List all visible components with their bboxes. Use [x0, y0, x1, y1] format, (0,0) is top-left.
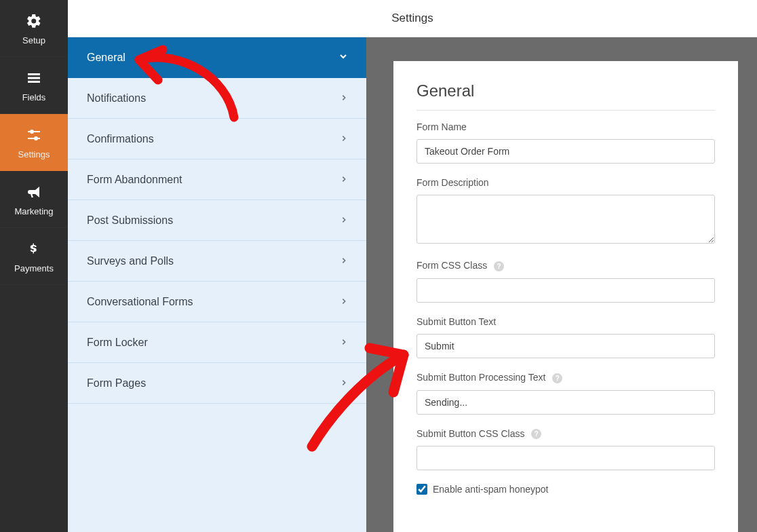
content-area: General Form Name Form Description Form … — [366, 37, 757, 532]
chevron-right-icon — [341, 93, 347, 103]
settings-tab-confirmations[interactable]: Confirmations — [68, 119, 366, 159]
nav-label: Marketing — [14, 206, 53, 216]
tab-label: Conversational Forms — [87, 296, 193, 308]
chevron-down-icon — [339, 52, 347, 62]
chevron-right-icon — [341, 256, 347, 266]
dollar-icon — [25, 240, 43, 258]
form-name-label: Form Name — [416, 121, 715, 132]
submit-button-css-input[interactable] — [416, 446, 715, 470]
tab-label: Post Submissions — [87, 214, 173, 227]
settings-tab-surveys-polls[interactable]: Surveys and Polls — [68, 241, 366, 282]
sliders-icon — [25, 126, 43, 144]
tab-label: Confirmations — [87, 133, 154, 145]
nav-setup[interactable]: Setup — [0, 0, 68, 57]
tab-label: Form Pages — [87, 377, 146, 390]
settings-panel: General Notifications Confirmations Form… — [68, 37, 366, 532]
chevron-right-icon — [341, 297, 347, 307]
submit-button-css-label: Submit Button CSS Class ? — [416, 428, 715, 440]
settings-tab-post-submissions[interactable]: Post Submissions — [68, 200, 366, 241]
nav-label: Fields — [22, 92, 46, 102]
chevron-right-icon — [341, 134, 347, 144]
nav-settings[interactable]: Settings — [0, 114, 68, 171]
nav-label: Settings — [18, 149, 50, 159]
submit-button-text-input[interactable] — [416, 334, 715, 358]
tab-label: Form Locker — [87, 337, 148, 349]
form-css-class-label: Form CSS Class ? — [416, 260, 715, 271]
settings-tab-conversational-forms[interactable]: Conversational Forms — [68, 282, 366, 322]
tab-label: Form Abandonment — [87, 174, 182, 186]
topbar: Settings — [68, 0, 757, 37]
svg-rect-0 — [28, 73, 40, 75]
settings-tab-general[interactable]: General — [68, 37, 366, 78]
submit-button-processing-label: Submit Button Processing Text ? — [416, 372, 715, 383]
page-title: Settings — [391, 12, 433, 25]
submit-button-text-label: Submit Button Text — [416, 316, 715, 327]
panel-heading: General — [416, 81, 715, 111]
left-nav: Setup Fields Settings Marketing Payments — [0, 0, 68, 532]
gear-icon — [25, 12, 43, 30]
honeypot-checkbox[interactable] — [416, 484, 427, 495]
tab-label: Notifications — [87, 92, 146, 104]
nav-fields[interactable]: Fields — [0, 57, 68, 114]
bullhorn-icon — [25, 183, 43, 201]
settings-tab-form-abandonment[interactable]: Form Abandonment — [68, 159, 366, 200]
help-icon[interactable]: ? — [531, 429, 541, 439]
tab-label: Surveys and Polls — [87, 255, 174, 267]
nav-payments[interactable]: Payments — [0, 228, 68, 285]
settings-tab-form-locker[interactable]: Form Locker — [68, 322, 366, 363]
tab-label: General — [87, 52, 125, 64]
list-icon — [25, 69, 43, 87]
nav-label: Payments — [14, 263, 54, 273]
svg-rect-2 — [28, 81, 40, 83]
nav-marketing[interactable]: Marketing — [0, 171, 68, 228]
settings-tab-form-pages[interactable]: Form Pages — [68, 363, 366, 404]
svg-rect-1 — [28, 77, 40, 79]
settings-tab-notifications[interactable]: Notifications — [68, 78, 366, 119]
nav-label: Setup — [22, 35, 45, 45]
chevron-right-icon — [341, 215, 347, 225]
submit-button-processing-input[interactable] — [416, 390, 715, 415]
honeypot-label: Enable anti-spam honeypot — [433, 484, 548, 495]
content-card: General Form Name Form Description Form … — [393, 61, 738, 532]
chevron-right-icon — [341, 378, 347, 388]
chevron-right-icon — [341, 337, 347, 347]
help-icon[interactable]: ? — [494, 261, 504, 271]
form-name-input[interactable] — [416, 139, 715, 164]
help-icon[interactable]: ? — [552, 373, 562, 383]
chevron-right-icon — [341, 174, 347, 185]
form-description-input[interactable] — [416, 195, 715, 244]
form-css-class-input[interactable] — [416, 278, 715, 303]
svg-point-6 — [34, 136, 38, 140]
form-description-label: Form Description — [416, 177, 715, 188]
svg-point-5 — [30, 130, 34, 134]
